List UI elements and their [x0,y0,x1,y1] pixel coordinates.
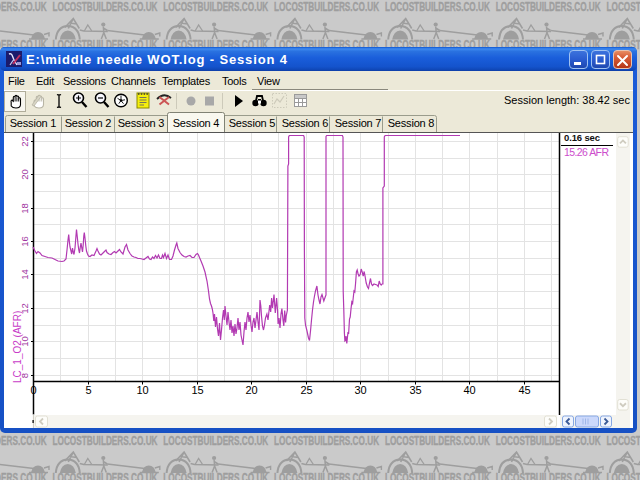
svg-text:Session 6: Session 6 [282,117,329,129]
svg-text:0.16 sec: 0.16 sec [564,133,600,143]
svg-text:Session 5: Session 5 [229,117,276,129]
svg-text:20: 20 [245,384,257,396]
svg-text:0: 0 [31,384,37,396]
svg-text:15.26 AFR: 15.26 AFR [564,146,609,158]
svg-text:10: 10 [136,384,148,396]
svg-text:Session 1: Session 1 [10,117,57,129]
svg-text:LOCOSTBUILDERS.CO.UK: LOCOSTBUILDERS.CO.UK [496,471,601,480]
svg-text:LOCOSTBUILDERS.CO.UK: LOCOSTBUILDERS.CO.UK [0,471,47,480]
svg-text:22: 22 [19,136,30,147]
svg-text:LOCOSTBUILDERS.CO.UK: LOCOSTBUILDERS.CO.UK [496,0,601,14]
svg-text:LOCOSTBUILDERS.CO.UK: LOCOSTBUILDERS.CO.UK [53,0,158,14]
svg-text:LOCOSTBUILDERS.CO.UK: LOCOSTBUILDERS.CO.UK [274,0,379,14]
svg-text:LOCOSTBUILDERS.CO.UK: LOCOSTBUILDERS.CO.UK [385,471,490,480]
svg-text:LOCOSTBUILDERS.CO.UK: LOCOSTBUILDERS.CO.UK [607,0,640,14]
svg-text:14: 14 [19,269,30,280]
svg-text:LOCOSTBUILDERS.CO.UK: LOCOSTBUILDERS.CO.UK [53,434,158,448]
svg-text:LOCOSTBUILDERS.CO.UK: LOCOSTBUILDERS.CO.UK [385,0,490,14]
svg-text:40: 40 [463,384,475,396]
svg-text:LOCOSTBUILDERS.CO.UK: LOCOSTBUILDERS.CO.UK [0,434,47,448]
svg-text:LOCOSTBUILDERS.CO.UK: LOCOSTBUILDERS.CO.UK [274,471,379,480]
svg-text:20: 20 [19,169,30,180]
svg-text:25: 25 [300,384,312,396]
svg-text:Session 8: Session 8 [388,117,435,129]
svg-text:Session 7: Session 7 [335,117,382,129]
svg-text:LC_1_O2 (AFR): LC_1_O2 (AFR) [12,311,23,383]
svg-text:LOCOSTBUILDERS.CO.UK: LOCOSTBUILDERS.CO.UK [385,434,490,448]
svg-text:Session 2: Session 2 [65,117,112,129]
svg-text:5: 5 [85,384,91,396]
svg-text:30: 30 [354,384,366,396]
svg-text:Session length: 38.42 sec: Session length: 38.42 sec [504,94,630,106]
svg-text:LOCOSTBUILDERS.CO.UK: LOCOSTBUILDERS.CO.UK [607,434,640,448]
svg-text:Session 4: Session 4 [173,117,220,129]
svg-text:16: 16 [19,236,30,247]
svg-text:LOCOSTBUILDERS.CO.UK: LOCOSTBUILDERS.CO.UK [53,471,158,480]
svg-text:15: 15 [191,384,203,396]
svg-text:LOCOSTBUILDERS.CO.UK: LOCOSTBUILDERS.CO.UK [163,0,268,14]
svg-text:LOCOSTBUILDERS.CO.UK: LOCOSTBUILDERS.CO.UK [163,434,268,448]
svg-text:LOCOSTBUILDERS.CO.UK: LOCOSTBUILDERS.CO.UK [274,434,379,448]
svg-text:LOCOSTBUILDERS.CO.UK: LOCOSTBUILDERS.CO.UK [607,471,640,480]
svg-text:LOCOSTBUILDERS.CO.UK: LOCOSTBUILDERS.CO.UK [496,434,601,448]
svg-text:LOCOSTBUILDERS.CO.UK: LOCOSTBUILDERS.CO.UK [0,0,47,14]
svg-text:35: 35 [409,384,421,396]
svg-text:45: 45 [518,384,530,396]
svg-text:Session 3: Session 3 [118,117,165,129]
svg-text:18: 18 [19,203,30,214]
svg-text:LOCOSTBUILDERS.CO.UK: LOCOSTBUILDERS.CO.UK [163,471,268,480]
